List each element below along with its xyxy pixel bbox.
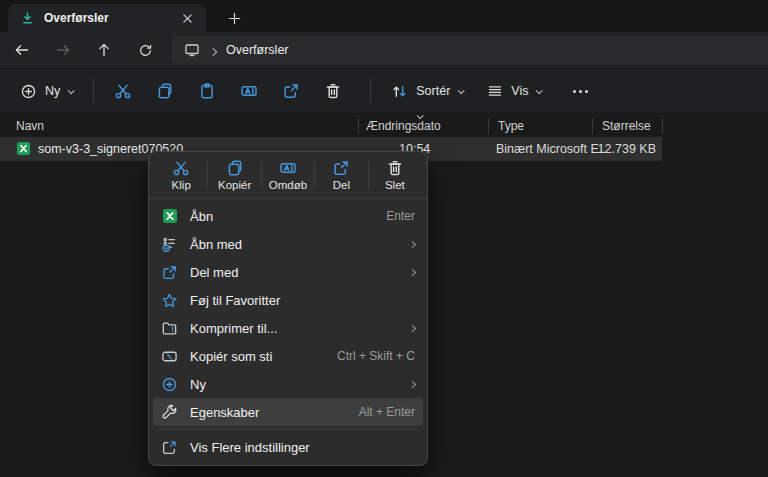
star-icon bbox=[161, 292, 178, 309]
menu-item-ny[interactable]: Ny bbox=[153, 370, 423, 398]
rename-icon bbox=[240, 82, 258, 100]
up-button[interactable] bbox=[88, 35, 120, 65]
menu-item-del-med[interactable]: Del med bbox=[153, 258, 423, 286]
plus-circle-icon bbox=[161, 376, 178, 393]
rename-icon bbox=[279, 159, 297, 177]
submenu-chevron-icon bbox=[405, 242, 415, 247]
arrow-right-icon bbox=[55, 42, 71, 58]
breadcrumb-separator bbox=[210, 41, 216, 59]
context-menu-quick-actions: Klip Kopiér Omdøb Del bbox=[149, 152, 427, 198]
quick-action-slet[interactable]: Slet bbox=[369, 154, 421, 196]
submenu-chevron-icon bbox=[405, 382, 415, 387]
menu-item-shortcut: Enter bbox=[386, 209, 415, 223]
quick-action-label: Slet bbox=[385, 179, 405, 191]
new-tab-button[interactable] bbox=[222, 7, 246, 29]
back-button[interactable] bbox=[6, 35, 38, 65]
share-icon bbox=[332, 159, 350, 177]
menu-item-label: Vis Flere indstillinger bbox=[190, 440, 393, 455]
excel-file-icon bbox=[16, 141, 31, 156]
close-tab-button[interactable] bbox=[176, 7, 198, 29]
quick-action-klip[interactable]: Klip bbox=[155, 154, 207, 196]
column-header-aendringsdato[interactable]: Ændringsdato bbox=[366, 115, 441, 137]
arrow-left-icon bbox=[14, 42, 30, 58]
refresh-button[interactable] bbox=[129, 35, 161, 65]
menu-item-shortcut: Alt + Enter bbox=[359, 405, 415, 419]
share-icon bbox=[161, 264, 178, 281]
column-separator[interactable] bbox=[488, 118, 489, 134]
plus-icon bbox=[228, 12, 241, 25]
cut-button[interactable] bbox=[106, 74, 140, 108]
quick-action-del[interactable]: Del bbox=[315, 154, 367, 196]
quick-action-label: Del bbox=[333, 179, 350, 191]
address-bar[interactable]: Overførsler bbox=[172, 36, 768, 64]
menu-divider bbox=[159, 429, 417, 430]
monitor-icon[interactable] bbox=[184, 42, 200, 58]
share-icon bbox=[282, 82, 300, 100]
toolbar-divider bbox=[93, 79, 94, 103]
paste-button[interactable] bbox=[190, 74, 224, 108]
file-size: 12.739 KB bbox=[560, 137, 656, 161]
view-button-label: Vis bbox=[511, 84, 528, 98]
rename-button[interactable] bbox=[232, 74, 266, 108]
copy-path-icon bbox=[161, 348, 178, 365]
delete-button[interactable] bbox=[316, 74, 350, 108]
copy-button[interactable] bbox=[148, 74, 182, 108]
see-more-button[interactable] bbox=[563, 74, 597, 108]
tab-title: Overførsler bbox=[44, 11, 167, 25]
menu-item-label: Kopiér som sti bbox=[190, 349, 325, 364]
open-with-icon bbox=[161, 236, 178, 253]
tab-overfoersler[interactable]: Overførsler bbox=[8, 4, 206, 32]
menu-item-komprimer-til[interactable]: Komprimer til... bbox=[153, 314, 423, 342]
arrow-up-icon bbox=[96, 42, 112, 58]
menu-item-label: Føj til Favoritter bbox=[190, 293, 393, 308]
column-header-row: Navn Ændringsdato Type Størrelse bbox=[0, 115, 768, 137]
column-separator[interactable] bbox=[592, 118, 593, 134]
share-button[interactable] bbox=[274, 74, 308, 108]
submenu-chevron-icon bbox=[405, 326, 415, 331]
menu-item-shortcut: Ctrl + Skift + C bbox=[337, 349, 415, 363]
column-header-stoerrelse[interactable]: Størrelse bbox=[602, 115, 651, 137]
menu-item-foej-til-favoritter[interactable]: Føj til Favoritter bbox=[153, 286, 423, 314]
menu-item-aabn[interactable]: Åbn Enter bbox=[153, 202, 423, 230]
cut-icon bbox=[172, 159, 190, 177]
plus-circle-icon bbox=[20, 83, 37, 100]
menu-item-label: Åbn bbox=[190, 209, 374, 224]
delete-icon bbox=[324, 82, 342, 100]
submenu-chevron-icon bbox=[405, 270, 415, 275]
paste-icon bbox=[198, 82, 216, 100]
menu-item-egenskaber[interactable]: Egenskaber Alt + Enter bbox=[153, 398, 423, 426]
menu-item-kopier-som-sti[interactable]: Kopiér som sti Ctrl + Skift + C bbox=[153, 342, 423, 370]
context-menu: Klip Kopiér Omdøb Del bbox=[148, 151, 428, 466]
breadcrumb-location[interactable]: Overførsler bbox=[226, 43, 289, 57]
refresh-icon bbox=[138, 43, 153, 58]
menu-item-aabn-med[interactable]: Åbn med bbox=[153, 230, 423, 258]
quick-action-label: Kopiér bbox=[218, 179, 251, 191]
open-external-icon bbox=[161, 439, 178, 456]
new-button-label: Ny bbox=[45, 84, 60, 98]
menu-item-vis-flere-indstillinger[interactable]: Vis Flere indstillinger bbox=[153, 433, 423, 461]
download-icon bbox=[20, 11, 35, 26]
menu-item-label: Åbn med bbox=[190, 237, 393, 252]
tab-bar: Overførsler bbox=[0, 0, 768, 32]
copy-icon bbox=[226, 159, 244, 177]
copy-icon bbox=[156, 82, 174, 100]
new-button[interactable]: Ny bbox=[12, 74, 81, 108]
sort-button[interactable]: Sortér bbox=[383, 74, 471, 108]
menu-item-label: Egenskaber bbox=[190, 405, 347, 420]
view-icon bbox=[487, 83, 503, 99]
quick-action-label: Klip bbox=[172, 179, 191, 191]
column-separator[interactable] bbox=[662, 118, 663, 134]
column-separator[interactable] bbox=[358, 118, 359, 134]
toolbar-divider bbox=[370, 79, 371, 103]
forward-button[interactable] bbox=[47, 35, 79, 65]
quick-action-omdoeb[interactable]: Omdøb bbox=[262, 154, 314, 196]
command-toolbar: Ny Sortér bbox=[0, 68, 768, 114]
close-icon bbox=[182, 13, 193, 24]
view-button[interactable]: Vis bbox=[479, 74, 549, 108]
compress-icon bbox=[161, 320, 178, 337]
excel-icon bbox=[161, 208, 178, 225]
column-header-navn[interactable]: Navn bbox=[16, 115, 44, 137]
column-header-type[interactable]: Type bbox=[498, 115, 524, 137]
wrench-icon bbox=[161, 404, 178, 421]
quick-action-kopier[interactable]: Kopiér bbox=[208, 154, 260, 196]
